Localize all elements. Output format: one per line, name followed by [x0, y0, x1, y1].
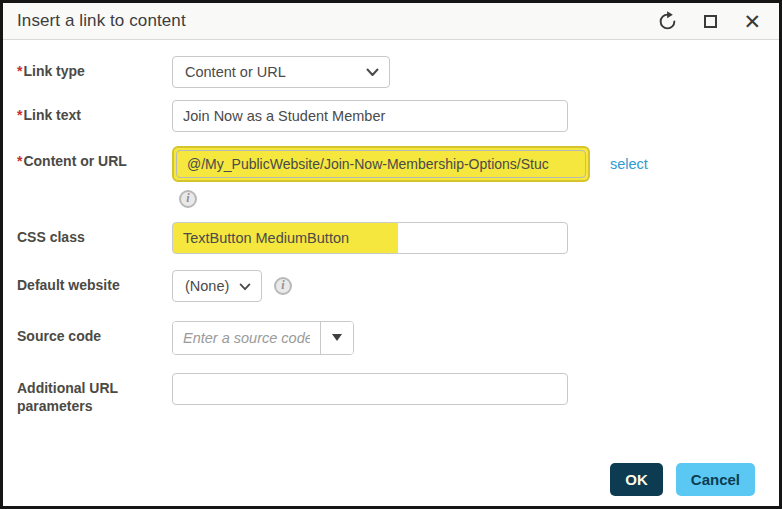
- maximize-button[interactable]: [704, 9, 717, 33]
- additional-url-parameters-input[interactable]: [172, 373, 568, 405]
- row-css-class: CSS class: [3, 222, 779, 254]
- cancel-button[interactable]: Cancel: [676, 463, 755, 496]
- triangle-down-icon: [332, 334, 342, 341]
- link-type-label: *Link type: [3, 56, 172, 80]
- ok-button[interactable]: OK: [610, 463, 663, 496]
- content-url-input[interactable]: [176, 150, 586, 178]
- dialog-title: Insert a link to content: [17, 11, 657, 31]
- source-code-label: Source code: [3, 321, 172, 345]
- required-marker: *: [17, 153, 22, 169]
- titlebar-icons: ✕: [657, 9, 765, 33]
- default-website-select[interactable]: (None): [172, 270, 262, 302]
- dialog-footer: OK Cancel: [610, 463, 755, 496]
- default-website-selected-value: (None): [183, 278, 235, 294]
- css-class-input[interactable]: [172, 222, 568, 254]
- chevron-down-icon: [239, 278, 251, 294]
- row-content-url: *Content or URL select i: [3, 146, 779, 208]
- chevron-down-icon: [366, 64, 379, 80]
- link-type-select[interactable]: Content or URL: [172, 56, 390, 88]
- row-default-website: Default website (None) i: [3, 270, 779, 302]
- content-url-label: *Content or URL: [3, 146, 172, 170]
- link-text-input[interactable]: [172, 100, 568, 132]
- close-button[interactable]: ✕: [743, 9, 761, 33]
- refresh-button[interactable]: [657, 9, 678, 33]
- source-code-input[interactable]: [173, 322, 320, 354]
- default-website-label: Default website: [3, 270, 172, 294]
- source-code-combo: [172, 321, 354, 355]
- refresh-icon: [657, 11, 678, 32]
- dialog-titlebar: Insert a link to content ✕: [3, 3, 779, 40]
- insert-link-dialog: Insert a link to content ✕ *L: [0, 0, 782, 509]
- dialog-body: *Link type Content or URL *Link text *Co…: [3, 40, 779, 508]
- info-icon: i: [274, 277, 292, 295]
- link-type-selected-value: Content or URL: [183, 64, 358, 80]
- required-marker: *: [17, 63, 22, 79]
- row-link-text: *Link text: [3, 100, 779, 132]
- content-url-group: select i: [172, 146, 648, 208]
- link-text-label: *Link text: [3, 100, 172, 124]
- additional-url-parameters-label: Additional URL parameters: [3, 373, 172, 415]
- css-class-label: CSS class: [3, 222, 172, 246]
- maximize-icon: [704, 15, 717, 28]
- info-icon: i: [179, 190, 197, 208]
- highlight-annotation: [172, 146, 590, 182]
- close-icon: ✕: [743, 11, 761, 32]
- row-additional-url-parameters: Additional URL parameters: [3, 373, 779, 415]
- row-link-type: *Link type Content or URL: [3, 56, 779, 88]
- select-content-link[interactable]: select: [610, 147, 648, 181]
- required-marker: *: [17, 107, 22, 123]
- row-source-code: Source code: [3, 321, 779, 355]
- source-code-dropdown-button[interactable]: [320, 322, 353, 354]
